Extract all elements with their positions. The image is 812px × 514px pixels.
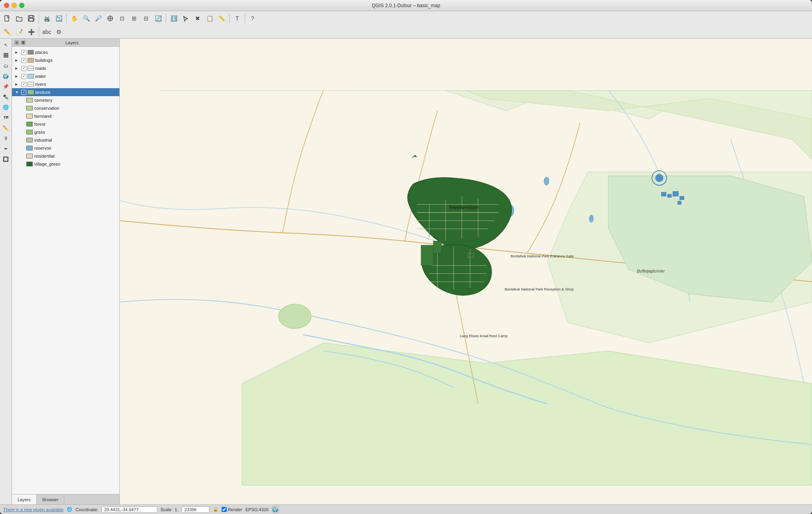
- tool-browser[interactable]: 🗂: [1, 61, 11, 71]
- layer-subitem-residential[interactable]: residential: [12, 152, 119, 160]
- map-area[interactable]: Swellendam Bontebok National Park Entran…: [120, 39, 812, 504]
- pan-map-button[interactable]: [105, 13, 116, 24]
- label-camp: Lang Elsies Kraal Rest Camp: [460, 334, 508, 338]
- select-button[interactable]: [180, 13, 191, 24]
- tab-layers[interactable]: Layers: [12, 494, 37, 504]
- layer-icon-landuse: [28, 90, 34, 95]
- add-feature-button[interactable]: ➕: [26, 26, 37, 38]
- tool-6[interactable]: 🌐: [1, 103, 11, 112]
- tool-10[interactable]: ✒: [1, 144, 11, 154]
- render-checkbox[interactable]: [222, 507, 227, 512]
- main-window: QGIS 2.0.1-Dufour – basic_map 🖨️ ↩️ ✋ 🔍 …: [0, 0, 812, 514]
- checkbox-landuse[interactable]: ✓: [21, 90, 26, 95]
- checkbox-places[interactable]: ✓: [21, 50, 26, 55]
- svg-point-17: [544, 177, 549, 185]
- svg-rect-3: [29, 18, 33, 21]
- tool-11[interactable]: 🔲: [1, 154, 11, 164]
- plugin-link[interactable]: There is a new plugin available: [3, 507, 63, 512]
- subitem-icon-village-green: [26, 162, 33, 166]
- zoom-out-button[interactable]: 🔎: [93, 13, 104, 24]
- scale-value[interactable]: 23396: [182, 506, 210, 513]
- edit-button[interactable]: 📝: [14, 26, 25, 38]
- layers-panel-header: × ⚙ Layers: [12, 39, 119, 47]
- checkbox-rivers[interactable]: ✓: [21, 82, 26, 87]
- subitem-icon-cemetery: [26, 98, 33, 103]
- measure-button[interactable]: 📏: [216, 13, 227, 24]
- tool-7[interactable]: 🗺: [1, 113, 11, 123]
- tools-panel: ↖ 🗂 🌍 📌 ✒️ 🌐 🗺 ✏️ 9 ✒ 🔲: [0, 39, 12, 504]
- layer-item-places[interactable]: ▶ ✓ places: [12, 48, 119, 56]
- label-toolbar-button[interactable]: abc: [41, 26, 52, 38]
- deselect-button[interactable]: ✖: [192, 13, 203, 24]
- layer-subitem-reservoir[interactable]: reservoir: [12, 144, 119, 152]
- layer-subitem-village-green[interactable]: village_green: [12, 160, 119, 168]
- toolbar-row-2: ✏️ 📝 ➕ abc ⚙: [0, 26, 812, 38]
- layer-subitem-forest[interactable]: forest: [12, 120, 119, 128]
- subitem-icon-reservoir: [26, 146, 33, 150]
- checkbox-water[interactable]: ✓: [21, 74, 26, 79]
- tool-8[interactable]: ✏️: [1, 123, 11, 133]
- layer-item-buildings[interactable]: ▶ ✓ buildings: [12, 56, 119, 64]
- crs-label: EPSG:4326: [246, 507, 269, 512]
- layers-panel: × ⚙ Layers ▶ ✓ places ▶ ✓ buildings: [12, 39, 120, 504]
- layer-name-water: water: [35, 74, 118, 79]
- label-options-button[interactable]: ⚙: [53, 26, 64, 38]
- subitem-name-cemetery: cemetery: [34, 98, 52, 103]
- zoom-layer-button[interactable]: ⊞: [129, 13, 140, 24]
- zoom-extent-button[interactable]: ⊡: [117, 13, 128, 24]
- main-content: ↖ 🗂 🌍 📌 ✒️ 🌐 🗺 ✏️ 9 ✒ 🔲 × ⚙ Layers: [0, 39, 812, 504]
- coordinate-label: Coordinate:: [75, 507, 98, 512]
- identify-button[interactable]: ℹ️: [168, 13, 179, 24]
- tool-5[interactable]: ✒️: [1, 92, 11, 102]
- tab-browser[interactable]: Browser: [37, 494, 64, 504]
- subitem-name-conservation: conservation: [34, 106, 59, 111]
- zoom-selection-button[interactable]: ⊟: [141, 13, 152, 24]
- save-project-button[interactable]: [26, 13, 37, 24]
- close-button[interactable]: [4, 3, 9, 8]
- minimize-button[interactable]: [12, 3, 17, 8]
- layer-subitem-cemetery[interactable]: cemetery: [12, 96, 119, 104]
- layer-item-water[interactable]: ▶ ✓ water: [12, 72, 119, 80]
- refresh-button[interactable]: 🔄: [152, 13, 164, 24]
- label-swellendam: Swellendam: [449, 204, 479, 210]
- render-label: Render: [228, 507, 242, 512]
- svg-point-15: [279, 304, 311, 328]
- svg-rect-26: [677, 201, 681, 204]
- subitem-icon-forest: [26, 122, 33, 127]
- attribute-table-button[interactable]: 📋: [204, 13, 215, 24]
- coordinate-value[interactable]: 20.4431,-34.0477: [101, 506, 157, 513]
- subitem-name-forest: forest: [34, 122, 46, 127]
- checkbox-roads[interactable]: ✓: [21, 66, 26, 71]
- window-title: QGIS 2.0.1-Dufour – basic_map: [372, 3, 440, 8]
- subitem-name-farmland: farmland: [34, 114, 51, 119]
- layer-item-landuse[interactable]: ▼ ✓ landuse: [12, 88, 119, 96]
- print-button[interactable]: 🖨️: [41, 13, 52, 24]
- subitem-icon-farmland: [26, 114, 33, 119]
- new-project-button[interactable]: [2, 13, 13, 24]
- layer-item-rivers[interactable]: ▶ ✓ rivers: [12, 80, 119, 88]
- tool-3[interactable]: 🌍: [1, 71, 11, 81]
- layers-panel-close-button[interactable]: ×: [14, 40, 19, 45]
- render-checkbox-area[interactable]: Render: [222, 507, 242, 512]
- zoom-in-button[interactable]: 🔍: [81, 13, 92, 24]
- tool-pointer[interactable]: ↖: [1, 40, 11, 50]
- layer-subitem-grass[interactable]: grass: [12, 128, 119, 136]
- undo-button[interactable]: ↩️: [53, 13, 64, 24]
- crs-settings-button[interactable]: 🌍: [272, 506, 279, 513]
- digitize-button[interactable]: ✏️: [2, 26, 13, 38]
- layer-subitem-farmland[interactable]: farmland: [12, 112, 119, 120]
- tool-layers[interactable]: [1, 51, 11, 60]
- checkbox-buildings[interactable]: ✓: [21, 58, 26, 63]
- tool-9[interactable]: 9: [1, 134, 11, 143]
- maximize-button[interactable]: [19, 3, 24, 8]
- layer-item-roads[interactable]: ▶ ✓ roads: [12, 64, 119, 72]
- label-button[interactable]: T: [232, 13, 243, 24]
- subitem-name-village-green: village_green: [34, 162, 60, 166]
- tool-4[interactable]: 📌: [1, 82, 11, 91]
- help-button[interactable]: ?: [247, 13, 258, 24]
- open-project-button[interactable]: [14, 13, 25, 24]
- layer-subitem-conservation[interactable]: conservation: [12, 104, 119, 112]
- layer-subitem-industrial[interactable]: industrial: [12, 136, 119, 144]
- layers-panel-settings-button[interactable]: ⚙: [21, 40, 26, 45]
- pan-button[interactable]: ✋: [69, 13, 80, 24]
